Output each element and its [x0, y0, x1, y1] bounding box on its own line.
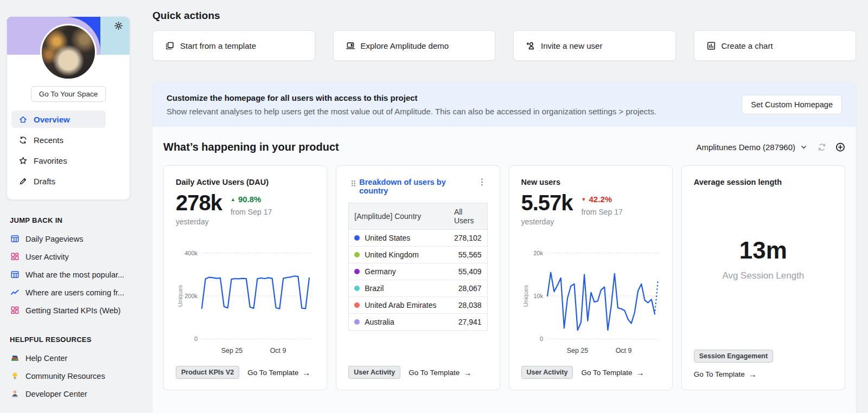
series-color-dot	[354, 235, 360, 241]
helpful-resource-label: Developer Center	[25, 390, 87, 398]
arrow-right-icon: →	[463, 368, 471, 377]
bar-chart-icon	[706, 41, 716, 50]
new-users-go-to-template-link[interactable]: Go To Template →	[581, 368, 644, 377]
sidebar-nav-item[interactable]: Overview	[11, 111, 106, 128]
drag-handle-icon[interactable]	[348, 178, 358, 188]
dau-go-to-template-link[interactable]: Go To Template →	[247, 368, 310, 377]
add-card-icon[interactable]	[835, 143, 845, 152]
breakdown-card-title[interactable]: Breakdown of users by country	[359, 178, 475, 195]
quick-action-button[interactable]: Create a chart	[694, 30, 857, 61]
dau-card-title: Daily Active Users (DAU)	[176, 178, 315, 186]
country-table-row[interactable]: United Arab Emirates 28,038	[349, 297, 487, 314]
country-table-row[interactable]: Germany 55,409	[349, 263, 487, 280]
chevron-down-icon	[799, 143, 808, 152]
jump-back-in-item[interactable]: Getting Started KPIs (Web)	[10, 301, 148, 319]
session-template-tag[interactable]: Session Engagement	[694, 350, 773, 363]
helpful-resource-item[interactable]: Community Resources	[10, 367, 148, 385]
new-users-value: 5.57k	[521, 192, 573, 214]
helpful-resources-heading: HELPFUL RESOURCES	[10, 335, 148, 344]
country-table-row[interactable]: United States 278,102	[349, 230, 487, 247]
helpful-resource-label: Help Center	[25, 354, 67, 363]
svg-text:20k: 20k	[533, 250, 543, 256]
country-table-row[interactable]: United Kingdom 55,565	[349, 247, 487, 263]
person-icon	[10, 389, 20, 399]
sidebar-nav-item[interactable]: Recents	[11, 131, 106, 149]
new-users-line-chart: 20k10k0UniquesSep 25Oct 9	[521, 244, 660, 358]
settings-gear-icon[interactable]	[113, 21, 123, 30]
books-icon	[10, 353, 20, 363]
set-custom-homepage-button[interactable]: Set Custom Homepage	[742, 95, 842, 114]
dau-template-tag[interactable]: Product KPIs V2	[176, 366, 239, 379]
jump-back-in-item[interactable]: User Activity	[10, 248, 148, 266]
svg-text:Uniques: Uniques	[177, 285, 183, 307]
quick-action-button[interactable]: Start from a template	[152, 30, 315, 61]
quick-action-button[interactable]: Invite a new user	[513, 30, 676, 61]
series-color-dot	[354, 252, 360, 257]
country-name: Germany	[365, 267, 396, 276]
customize-banner: Customize the homepage for all users wit…	[152, 82, 856, 127]
quick-action-label: Create a chart	[722, 41, 773, 50]
sidebar-nav-label: Overview	[34, 115, 70, 124]
star-icon	[18, 156, 28, 165]
triangle-down-icon: ▼	[582, 197, 586, 202]
session-length-card: Average session length 13m Avg Session L…	[681, 165, 845, 390]
jump-back-in-item[interactable]: Daily Pageviews	[10, 230, 148, 248]
sidebar-nav-label: Drafts	[34, 177, 55, 186]
svg-text:200k: 200k	[184, 293, 197, 299]
svg-text:0: 0	[539, 335, 542, 342]
bulb-icon	[10, 371, 20, 381]
breakdown-go-to-template-link[interactable]: Go To Template →	[409, 368, 471, 377]
refresh-icon[interactable]	[817, 143, 827, 152]
helpful-resource-label: Community Resources	[25, 372, 105, 380]
table-icon	[10, 234, 20, 244]
avatar[interactable]	[40, 24, 97, 80]
new-users-delta: ▼ 42.2%	[582, 195, 623, 204]
table-icon	[10, 270, 20, 280]
arrow-right-icon: →	[636, 368, 644, 377]
jump-back-in-label: Getting Started KPIs (Web)	[25, 306, 120, 315]
country-table: [Amplitude] Country All Users	[348, 203, 487, 331]
go-to-your-space-button[interactable]: Go To Your Space	[31, 86, 106, 102]
template-icon	[165, 41, 175, 50]
jump-back-in-item[interactable]: What are the most popular...	[10, 266, 148, 283]
svg-text:0: 0	[194, 335, 197, 342]
quick-actions-heading: Quick actions	[152, 10, 856, 22]
country-name: United Kingdom	[365, 250, 419, 259]
country-name: United Arab Emirates	[365, 301, 436, 309]
new-users-template-tag[interactable]: User Activity	[521, 366, 573, 379]
dau-value: 278k	[176, 192, 222, 214]
sidebar-nav-item[interactable]: Favorites	[11, 152, 106, 169]
amplitude-home-page: Go To Your Space Overview Recents	[0, 0, 868, 413]
jump-back-in-section: JUMP BACK IN Daily Pageviews User Activi…	[10, 216, 148, 319]
refresh-icon	[18, 135, 28, 145]
jump-back-in-item[interactable]: Where are users coming fr...	[10, 283, 148, 301]
project-selector[interactable]: Amplitunes Demo (287960)	[696, 143, 808, 152]
dashboard-icon	[10, 306, 20, 315]
quick-actions-row: Start from a template Explore Amplitude …	[152, 30, 856, 61]
jump-back-in-label: What are the most popular...	[25, 270, 124, 279]
quick-action-button[interactable]: Explore Amplitude demo	[333, 30, 496, 61]
country-table-row[interactable]: Australia 27,941	[349, 314, 487, 331]
country-table-row[interactable]: Brazil 28,067	[349, 280, 487, 297]
series-color-dot	[354, 302, 360, 308]
sidebar-nav-item[interactable]: Drafts	[11, 172, 106, 190]
country-value: 28,067	[449, 280, 487, 297]
breakdown-template-tag[interactable]: User Activity	[348, 366, 400, 379]
project-selector-value: Amplitunes Demo (287960)	[696, 143, 795, 152]
cards-row: Daily Active Users (DAU) 278k yesterday …	[163, 165, 845, 390]
svg-text:Sep 25: Sep 25	[221, 347, 243, 354]
country-value: 278,102	[449, 230, 487, 247]
helpful-resource-item[interactable]: Developer Center	[10, 385, 148, 403]
pencil-icon	[18, 176, 28, 186]
session-length-caption: Avg Session Length	[722, 270, 804, 281]
country-name: Brazil	[365, 284, 384, 293]
kebab-menu-icon[interactable]: ⋮	[477, 178, 488, 186]
svg-text:Oct 9: Oct 9	[270, 347, 286, 354]
session-go-to-template-link[interactable]: Go To Template →	[694, 370, 757, 379]
country-value: 55,565	[449, 247, 487, 263]
helpful-resource-item[interactable]: Help Center	[10, 349, 148, 367]
dau-value-caption: yesterday	[176, 217, 222, 226]
new-users-card: New users 5.57k yesterday ▼ 42.2% from S…	[509, 165, 673, 390]
home-icon	[18, 114, 28, 124]
country-name: Australia	[365, 318, 394, 326]
